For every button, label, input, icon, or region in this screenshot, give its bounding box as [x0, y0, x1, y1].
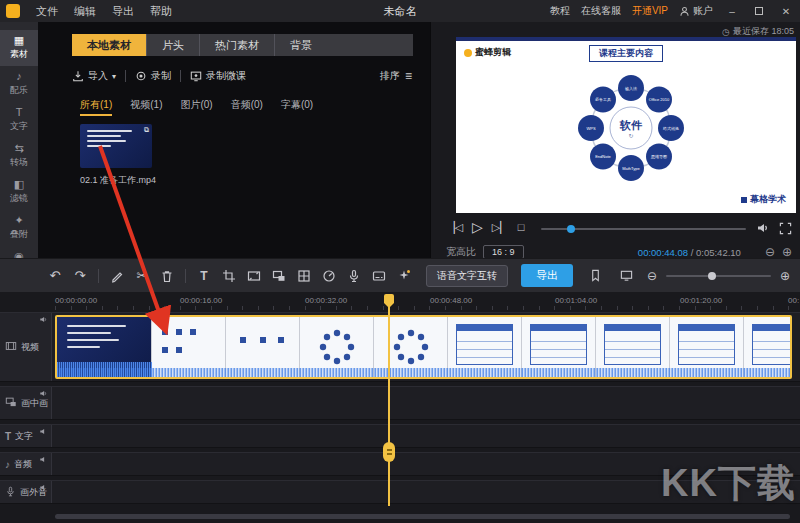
sort-button[interactable]: 排序 ≡	[380, 66, 412, 86]
track-audio[interactable]: ♪ 音频	[0, 452, 800, 476]
filter-image[interactable]: 图片(0)	[180, 98, 212, 116]
filter-icon: ◧	[14, 179, 24, 190]
sort-icon: ≡	[405, 69, 412, 83]
voiceover-mic-button[interactable]	[343, 265, 365, 287]
sidebar-item-text[interactable]: T 文字	[0, 102, 38, 138]
sidebar-item-overlay[interactable]: ✦ 叠附	[0, 210, 38, 246]
slide-diagram: 输入法 Office 2010 格式转换 思维导图 MathType EndNo…	[546, 65, 716, 195]
undo-button[interactable]: ↶	[44, 265, 66, 287]
stop-button[interactable]: □	[518, 221, 525, 233]
timeline-zoom-in-icon[interactable]: ⊕	[780, 269, 790, 283]
playhead-handle[interactable]	[383, 442, 395, 462]
playhead-marker[interactable]	[384, 294, 394, 303]
next-frame-button[interactable]: ▷▏	[492, 221, 509, 234]
footer-logo-icon	[741, 197, 747, 203]
track-text[interactable]: T 文字	[0, 424, 800, 448]
vip-button[interactable]: 开通VIP	[632, 4, 668, 18]
speech-to-text-button[interactable]: 语音文字互转	[426, 265, 508, 287]
diagram-node-label: Office 2010	[649, 97, 670, 102]
tab-background[interactable]: 背景	[274, 34, 327, 56]
menu-edit[interactable]: 编辑	[66, 4, 104, 19]
preview-zoom-out-icon[interactable]: ⊖	[765, 245, 775, 259]
minimize-button[interactable]: –	[724, 6, 740, 17]
slide-top-strip	[456, 37, 796, 41]
sidebar-item-transition[interactable]: ⇆ 转场	[0, 138, 38, 174]
edit-pen-button[interactable]	[106, 265, 128, 287]
crop-button[interactable]	[218, 265, 240, 287]
tab-hot-material[interactable]: 热门素材	[199, 34, 274, 56]
slide-brand-label: 蜜蜂剪辑	[475, 46, 511, 59]
filter-all[interactable]: 所有(1)	[80, 98, 112, 116]
subtitle-button[interactable]	[368, 265, 390, 287]
import-button[interactable]: 导入 ▾	[72, 69, 116, 83]
mute-track-icon[interactable]	[39, 455, 48, 466]
record-course-button[interactable]: 录制微课	[190, 69, 246, 83]
filter-video[interactable]: 视频(1)	[130, 98, 162, 116]
mute-track-icon[interactable]	[39, 315, 48, 326]
close-button[interactable]: ✕	[778, 6, 794, 17]
redo-button[interactable]: ↷	[69, 265, 91, 287]
video-clip[interactable]	[55, 315, 792, 379]
aspect-ratio-select[interactable]: 16 : 9	[483, 245, 524, 259]
sidebar-item-filter[interactable]: ◧ 滤镜	[0, 174, 38, 210]
marker-button[interactable]	[585, 265, 607, 287]
preview-zoom-in-icon[interactable]: ⊕	[782, 245, 792, 259]
sidebar-item-music[interactable]: ♪ 配乐	[0, 66, 38, 102]
sidebar-item-material[interactable]: ▦ 素材	[0, 30, 38, 66]
sidebar-label: 转场	[10, 156, 28, 169]
tutorial-link[interactable]: 教程	[550, 4, 570, 18]
track-label: 文字	[15, 430, 33, 443]
speed-button[interactable]	[318, 265, 340, 287]
playhead[interactable]	[388, 294, 390, 506]
sort-label: 排序	[380, 69, 400, 83]
delete-button[interactable]	[156, 265, 178, 287]
menu-help[interactable]: 帮助	[142, 4, 180, 19]
mute-track-icon[interactable]	[39, 389, 48, 400]
pip-button[interactable]	[268, 265, 290, 287]
fullscreen-icon[interactable]	[779, 222, 792, 235]
mute-track-icon[interactable]	[39, 427, 48, 438]
previous-frame-button[interactable]: ▕◁	[446, 221, 463, 234]
text-tool-button[interactable]: T	[193, 265, 215, 287]
tab-intro[interactable]: 片头	[146, 34, 199, 56]
volume-icon[interactable]	[756, 221, 770, 235]
maximize-button[interactable]	[751, 6, 767, 17]
add-to-timeline-icon[interactable]: ⧉	[144, 126, 149, 134]
slide-brand: 蜜蜂剪辑	[464, 46, 511, 59]
fit-timeline-button[interactable]	[616, 265, 638, 287]
timeline-zoom-out-icon[interactable]: ⊖	[647, 269, 657, 283]
split-scissors-button[interactable]: ✂	[131, 265, 153, 287]
menu-file[interactable]: 文件	[28, 4, 66, 19]
seek-slider[interactable]	[541, 228, 746, 230]
transition-icon: ⇆	[14, 143, 23, 154]
seek-knob[interactable]	[567, 225, 575, 233]
track-header-text: T 文字	[0, 425, 52, 447]
tab-local-material[interactable]: 本地素材	[72, 34, 146, 56]
diagram-node-label: 格式转换	[662, 126, 679, 131]
filter-audio[interactable]: 音频(0)	[231, 98, 263, 116]
track-pip[interactable]: 画中画	[0, 386, 800, 420]
track-video[interactable]: 视频	[0, 312, 800, 382]
timeline-zoom-slider[interactable]	[666, 275, 771, 277]
mosaic-button[interactable]	[293, 265, 315, 287]
track-header-voiceover: 画外音	[0, 481, 52, 503]
diagram-node-label: MathType	[622, 166, 640, 171]
speech-to-text-label: 语音文字互转	[437, 269, 497, 283]
ai-magic-button[interactable]	[393, 265, 415, 287]
export-button[interactable]: 导出	[521, 264, 573, 287]
account-button[interactable]: 账户	[679, 4, 713, 18]
support-link[interactable]: 在线客服	[581, 4, 621, 18]
timeline-zoom-knob[interactable]	[708, 272, 716, 280]
track-voiceover[interactable]: 画外音	[0, 480, 800, 504]
record-button[interactable]: 录制	[135, 69, 171, 83]
play-button[interactable]: ▷	[472, 219, 483, 235]
timeline-scrollbar[interactable]	[55, 514, 790, 519]
timeline-ruler[interactable]: 00:00:00.00 00:00:16.00 00:00:32.00 00:0…	[0, 292, 800, 310]
media-item-thumbnail[interactable]: ⧉	[80, 124, 152, 168]
track-label: 音频	[14, 458, 32, 471]
menu-export[interactable]: 导出	[104, 4, 142, 19]
current-time: 00:00:44.08	[638, 247, 688, 258]
mute-track-icon[interactable]	[39, 483, 48, 494]
filter-subtitle[interactable]: 字幕(0)	[281, 98, 313, 116]
canvas-ratio-button[interactable]	[243, 265, 265, 287]
